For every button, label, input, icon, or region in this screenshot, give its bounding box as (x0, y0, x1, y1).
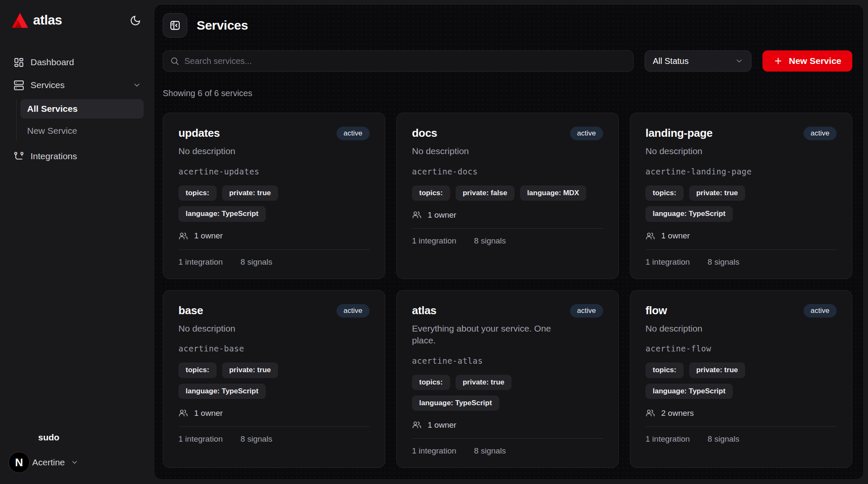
status-badge: active (337, 127, 370, 140)
tag-pill: topics: (412, 375, 450, 390)
sidebar-collapse-button[interactable] (163, 13, 187, 38)
card-stats: 1 integration 8 signals (412, 236, 603, 246)
services-sub-list: All Services New Service (16, 99, 144, 141)
service-card[interactable]: atlas active Everything about your servi… (396, 290, 619, 468)
card-divider (645, 426, 837, 427)
service-card[interactable]: base active No description acertine-base… (163, 290, 385, 468)
sidebar-footer: sudo N Acertine (8, 428, 144, 473)
owners-count: 1 owner (194, 231, 223, 241)
owners-row: 1 owner (412, 420, 603, 430)
atlas-logo-icon (11, 12, 29, 28)
service-card[interactable]: flow active No description acertine-flow… (630, 290, 852, 468)
service-card[interactable]: landing-page active No description acert… (630, 113, 852, 279)
tag-pill: topics: (645, 362, 684, 378)
owners-count: 1 owner (194, 409, 223, 418)
panel-left-close-icon (169, 19, 181, 31)
service-name: base (178, 304, 203, 317)
moon-icon (130, 15, 141, 26)
sidebar-item-label: Dashboard (31, 57, 74, 67)
sidebar-nav: Dashboard Services All Services New Serv… (11, 53, 144, 166)
users-icon (645, 231, 655, 241)
dashboard-icon (14, 57, 24, 68)
sidebar-item-label: New Service (27, 126, 77, 136)
tag-pill: language: TypeScript (645, 206, 733, 221)
owners-row: 2 owners (645, 408, 837, 418)
owners-row: 1 owner (178, 408, 370, 418)
integrations-icon (14, 151, 24, 162)
card-divider (412, 438, 603, 439)
card-divider (412, 228, 603, 229)
theme-toggle-button[interactable] (127, 12, 144, 29)
owners-count: 2 owners (661, 409, 694, 418)
main-panel: Services All Status New Service Showing … (154, 4, 864, 480)
service-repo: acertine-flow (645, 344, 837, 353)
user-row[interactable]: sudo (8, 428, 144, 447)
card-stats: 1 integration 8 signals (178, 434, 370, 444)
tag-pill: language: TypeScript (178, 384, 266, 399)
signals-count: 8 signals (708, 257, 740, 267)
service-description: No description (178, 323, 327, 335)
signals-count: 8 signals (241, 257, 273, 267)
sidebar-item-label: Integrations (31, 151, 77, 161)
tag-pill: language: TypeScript (178, 206, 266, 221)
service-name: landing-page (645, 127, 712, 140)
new-service-label: New Service (789, 56, 841, 66)
page-header: Services (163, 13, 852, 38)
signals-count: 8 signals (708, 434, 740, 444)
server-icon (14, 80, 24, 91)
integrations-count: 1 integration (178, 257, 223, 267)
tag-pill: topics: (178, 362, 217, 378)
sidebar-item-label: All Services (27, 104, 78, 114)
tag-pill: topics: (178, 185, 217, 201)
org-name: Acertine (32, 457, 65, 467)
chevron-down-icon (133, 81, 141, 89)
sidebar-item-services[interactable]: Services (11, 75, 144, 95)
service-tags: topics:private: truelanguage: TypeScript (178, 362, 370, 399)
service-tags: topics:private: truelanguage: TypeScript (645, 185, 837, 222)
tag-pill: language: MDX (520, 185, 587, 201)
search-input[interactable] (184, 56, 626, 66)
card-divider (178, 249, 370, 250)
service-tags: topics:private: truelanguage: TypeScript (412, 375, 603, 411)
users-icon (412, 210, 422, 220)
sidebar-item-integrations[interactable]: Integrations (11, 147, 144, 166)
owners-row: 1 owner (412, 210, 603, 220)
service-name: flow (645, 304, 667, 317)
logo-row: atlas (11, 10, 144, 30)
service-repo: acertine-base (178, 344, 370, 353)
service-tags: topics:private: truelanguage: TypeScript (645, 362, 837, 399)
tag-pill: language: TypeScript (645, 384, 733, 399)
service-description: No description (645, 145, 794, 157)
brand-name: atlas (33, 13, 62, 28)
service-tags: topics:private: falselanguage: MDX (412, 185, 603, 201)
integrations-count: 1 integration (645, 434, 690, 444)
service-description: No description (412, 145, 560, 157)
status-filter-select[interactable]: All Status (645, 50, 751, 72)
new-service-button[interactable]: New Service (762, 50, 852, 72)
users-icon (412, 420, 422, 430)
sidebar-item-all-services[interactable]: All Services (20, 99, 144, 119)
signals-count: 8 signals (474, 446, 506, 456)
signals-count: 8 signals (241, 434, 273, 444)
integrations-count: 1 integration (645, 257, 690, 267)
org-switcher[interactable]: N Acertine (8, 452, 144, 473)
tag-pill: topics: (645, 185, 684, 201)
integrations-count: 1 integration (412, 446, 456, 456)
users-icon (645, 408, 655, 418)
service-repo: acertine-docs (412, 167, 603, 176)
service-card[interactable]: docs active No description acertine-docs… (396, 113, 619, 279)
sidebar-item-dashboard[interactable]: Dashboard (11, 53, 144, 72)
service-description: No description (178, 145, 327, 157)
org-initial: N (15, 456, 23, 469)
page-title: Services (197, 18, 248, 33)
status-badge: active (804, 127, 837, 140)
status-badge: active (337, 304, 370, 318)
sidebar-item-new-service[interactable]: New Service (20, 121, 144, 141)
service-tags: topics:private: truelanguage: TypeScript (178, 185, 370, 222)
search-box[interactable] (163, 50, 634, 72)
user-avatar (12, 428, 31, 447)
service-card[interactable]: updates active No description acertine-u… (163, 113, 385, 279)
tag-pill: topics: (412, 185, 450, 201)
owners-row: 1 owner (178, 231, 370, 241)
sidebar-item-label: Services (31, 80, 65, 90)
